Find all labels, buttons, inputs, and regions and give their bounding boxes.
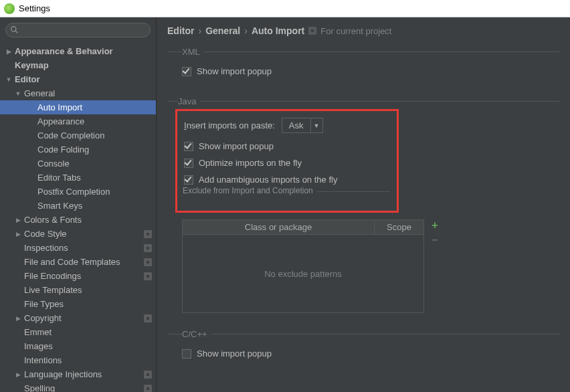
tree-item[interactable]: ▶Code Style	[0, 227, 156, 241]
tree-item[interactable]: ▶File Encodings	[0, 269, 156, 283]
checkbox-checked-icon[interactable]	[182, 67, 191, 76]
project-scope-icon	[144, 314, 152, 322]
search-icon	[10, 25, 19, 34]
tree-item[interactable]: ▶Colors & Fonts	[0, 213, 156, 227]
tree-item[interactable]: ▶Postfix Completion	[0, 185, 156, 199]
dropdown-arrow-icon[interactable]: ▼	[310, 118, 322, 132]
tree-expand-down-icon[interactable]: ▼	[5, 76, 12, 83]
exclude-section: Class or package Scope No exclude patter…	[182, 219, 559, 313]
settings-content: Editor › General › Auto Import For curre…	[157, 17, 570, 392]
tree-item-label: Spelling	[24, 383, 141, 392]
tree-item-label: Code Folding	[37, 144, 152, 155]
tree-item[interactable]: ▶Language Injections	[0, 367, 156, 381]
tree-item-label: Editor	[15, 74, 152, 84]
tree-item[interactable]: ▶Code Folding	[0, 142, 156, 157]
breadcrumb-editor[interactable]: Editor	[167, 25, 194, 36]
tree-item[interactable]: ▶Inspections	[0, 241, 156, 255]
app-icon	[4, 3, 15, 14]
tree-item-label: General	[24, 88, 152, 98]
java-show-import-popup-row[interactable]: Show import popup	[184, 141, 390, 151]
label: Add unambiguous imports on the fly	[199, 175, 337, 185]
tree-item-label: Language Injections	[24, 369, 141, 379]
svg-rect-17	[310, 29, 314, 33]
exclude-table-header: Class or package Scope	[183, 220, 423, 235]
tree-item-label: Copyright	[24, 313, 141, 323]
tree-item-label: Console	[37, 159, 152, 169]
tree-item-label: Smart Keys	[37, 201, 152, 211]
highlighted-section: Insert imports on paste: Ask ▼ Show impo…	[175, 109, 399, 213]
checkbox-unchecked-icon[interactable]	[182, 349, 191, 359]
tree-item[interactable]: ▶Images	[0, 339, 156, 353]
optimize-imports-row[interactable]: Optimize imports on the fly	[184, 158, 390, 168]
project-scope-icon	[144, 385, 152, 393]
tree-item[interactable]: ▶Auto Import	[0, 100, 156, 114]
tree-item[interactable]: ▶Emmet	[0, 325, 156, 339]
tree-expand-right-icon[interactable]: ▶	[15, 217, 21, 223]
unambiguous-imports-row[interactable]: Add unambiguous imports on the fly	[184, 175, 390, 185]
checkbox-checked-icon[interactable]	[184, 175, 193, 185]
tree-item[interactable]: ▼General	[0, 86, 156, 100]
tree-item[interactable]: ▶Console	[0, 157, 156, 171]
tree-item[interactable]: ▶File and Code Templates	[0, 255, 156, 269]
tree-item-label: File and Code Templates	[24, 257, 141, 267]
cpp-show-import-popup-row[interactable]: Show import popup	[182, 349, 559, 359]
xml-legend: XML	[182, 47, 204, 57]
insert-imports-value: Ask	[282, 118, 310, 132]
exclude-table[interactable]: Class or package Scope No exclude patter…	[182, 219, 424, 313]
tree-item[interactable]: ▶Code Completion	[0, 128, 156, 142]
tree-item[interactable]: ▶Editor Tabs	[0, 171, 156, 185]
svg-rect-11	[146, 316, 150, 320]
tree-expand-right-icon[interactable]: ▶	[15, 231, 21, 237]
tree-item-label: Colors & Fonts	[24, 215, 152, 225]
exclude-legend: Exclude from Import and Completion	[183, 191, 390, 201]
tree-item[interactable]: ▶Live Templates	[0, 283, 156, 297]
svg-point-0	[11, 27, 16, 31]
label: Show import popup	[197, 349, 272, 359]
tree-expand-down-icon[interactable]: ▼	[15, 90, 21, 97]
exclude-table-body: No exclude patterns	[183, 235, 423, 312]
tree-item-label: Keymap	[15, 60, 152, 70]
chevron-right-icon: ›	[244, 25, 248, 36]
tree-item-label: Live Templates	[24, 285, 152, 295]
tree-expand-right-icon[interactable]: ▶	[5, 48, 12, 55]
tree-expand-right-icon[interactable]: ▶	[15, 371, 21, 378]
search-input[interactable]	[5, 23, 151, 37]
col-class[interactable]: Class or package	[183, 220, 375, 234]
tree-item[interactable]: ▼Editor	[0, 72, 156, 86]
tree-item[interactable]: ▶Keymap	[0, 58, 156, 72]
insert-imports-select[interactable]: Ask ▼	[282, 118, 323, 133]
col-scope[interactable]: Scope	[375, 220, 423, 234]
tree-item[interactable]: ▶Intentions	[0, 353, 156, 367]
project-scope-icon	[144, 230, 152, 238]
svg-rect-3	[146, 232, 150, 236]
chevron-right-icon: ›	[198, 25, 201, 36]
tree-item-label: Inspections	[24, 243, 141, 253]
java-group: Java Insert imports on paste: Ask ▼ Show…	[167, 96, 559, 320]
tree-item-label: Appearance	[37, 116, 152, 126]
breadcrumb-general[interactable]: General	[205, 25, 240, 36]
sidebar: ▶Appearance & Behavior▶Keymap▼Editor▼Gen…	[0, 17, 157, 392]
tree-item-label: Intentions	[24, 355, 152, 365]
tree-expand-right-icon[interactable]: ▶	[15, 315, 21, 322]
label: Optimize imports on the fly	[199, 158, 302, 168]
tree-item[interactable]: ▶Smart Keys	[0, 199, 156, 213]
svg-rect-5	[146, 246, 150, 250]
settings-tree[interactable]: ▶Appearance & Behavior▶Keymap▼Editor▼Gen…	[0, 41, 156, 392]
tree-item-label: Images	[24, 341, 152, 351]
tree-item-label: Code Style	[24, 229, 141, 239]
remove-button[interactable]: −	[428, 234, 442, 246]
tree-item[interactable]: ▶Spelling	[0, 381, 156, 392]
checkbox-checked-icon[interactable]	[184, 142, 193, 151]
tree-item[interactable]: ▶Appearance & Behavior	[0, 44, 156, 58]
tree-item[interactable]: ▶File Types	[0, 297, 156, 311]
tree-item[interactable]: ▶Copyright	[0, 311, 156, 325]
tree-item-label: Postfix Completion	[37, 187, 152, 197]
xml-show-import-popup-row[interactable]: Show import popup	[182, 66, 559, 76]
tree-item-label: File Types	[24, 299, 152, 309]
tree-item-label: Emmet	[24, 327, 152, 337]
add-button[interactable]: +	[428, 219, 442, 231]
project-scope-icon	[144, 258, 152, 266]
exclude-controls: + −	[428, 219, 442, 313]
tree-item[interactable]: ▶Appearance	[0, 114, 156, 128]
checkbox-checked-icon[interactable]	[184, 159, 193, 168]
